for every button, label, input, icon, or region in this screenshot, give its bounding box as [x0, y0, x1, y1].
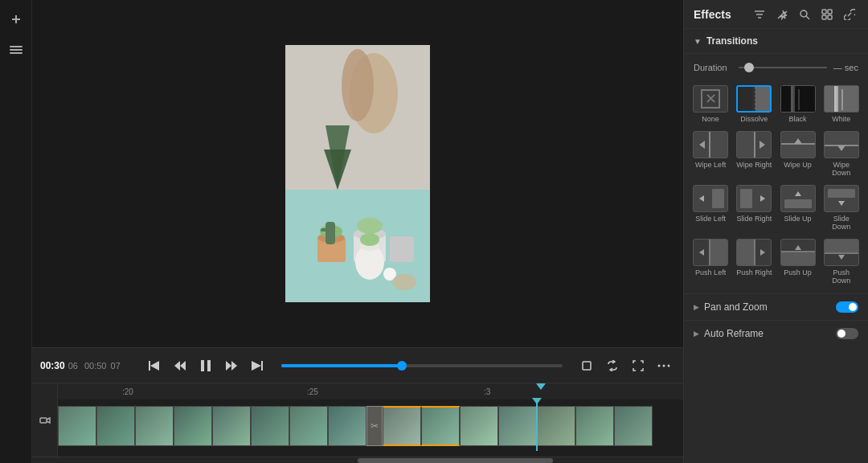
svg-point-22 [392, 274, 416, 290]
link-icon-button[interactable] [841, 6, 858, 23]
playhead-ruler-marker [536, 383, 546, 390]
svg-marker-26 [180, 361, 186, 371]
time-display: 00:30 06 00:50 07 [40, 360, 121, 371]
push-up-thumb [780, 239, 816, 266]
total-time: 00:50 07 [84, 361, 121, 371]
scrollbar-thumb[interactable] [358, 458, 553, 463]
more-options-button[interactable] [653, 354, 675, 377]
svg-rect-50 [836, 86, 838, 113]
svg-rect-1 [10, 49, 23, 51]
duration-thumb[interactable] [744, 63, 754, 72]
white-label: White [832, 115, 850, 123]
filter-icon-button[interactable] [751, 6, 768, 23]
auto-reframe-toggle[interactable] [836, 328, 858, 339]
pan-zoom-toggle[interactable] [836, 301, 858, 313]
clip-cell-7[interactable] [289, 406, 328, 446]
menu-button[interactable] [3, 37, 29, 63]
svg-rect-31 [261, 361, 263, 371]
clip-cell-2[interactable] [96, 406, 135, 446]
transitions-section-header[interactable]: ▼ Transitions [684, 29, 868, 54]
black-thumb [780, 85, 816, 113]
transition-push-down[interactable]: Push Down [821, 236, 862, 287]
plant-svg [285, 45, 430, 302]
auto-reframe-chevron: ▶ [694, 330, 699, 338]
playhead-line [536, 399, 538, 451]
clip-cell-8[interactable] [328, 406, 366, 446]
clip-cell-10[interactable] [383, 406, 421, 446]
auto-reframe-header[interactable]: ▶ Auto Reframe [684, 321, 868, 346]
dissolve-label: Dissolve [740, 115, 768, 123]
skip-start-button[interactable] [143, 354, 166, 377]
search-effects-button[interactable] [796, 6, 813, 23]
playhead-indicator [532, 398, 542, 404]
right-transport-buttons [575, 354, 675, 377]
clip-cell-12[interactable] [460, 406, 498, 446]
transition-dissolve[interactable]: Dissolve [734, 83, 774, 125]
transition-push-left[interactable]: Push Left [690, 236, 731, 287]
transition-none[interactable]: ✕ None [690, 83, 731, 125]
magic-icon-button[interactable] [773, 6, 791, 23]
fullscreen-button[interactable] [627, 354, 649, 377]
transition-push-right[interactable]: Push Right [734, 236, 774, 287]
transition-slide-right[interactable]: Slide Right [734, 182, 774, 233]
push-up-label: Push Up [784, 268, 812, 277]
clip-cell-1[interactable] [58, 406, 96, 446]
timeline-left-panel [32, 383, 58, 457]
auto-reframe-section: ▶ Auto Reframe [684, 320, 868, 346]
push-down-label: Push Down [824, 268, 859, 285]
svg-point-35 [663, 364, 665, 367]
playback-progress[interactable] [281, 364, 563, 367]
transition-wipe-up[interactable]: Wipe Up [778, 129, 818, 179]
svg-rect-16 [326, 222, 335, 244]
svg-marker-32 [252, 361, 261, 371]
duration-slider[interactable] [739, 60, 827, 75]
pan-zoom-section: ▶ Pan and Zoom [684, 293, 868, 320]
wipe-up-label: Wipe Up [784, 161, 812, 169]
clip-cell-15[interactable] [575, 406, 614, 446]
clip-cell-16[interactable] [614, 406, 653, 446]
clip-cell-9-selected[interactable]: ✂ [366, 406, 383, 446]
auto-reframe-knob [837, 330, 845, 338]
transition-wipe-right[interactable]: Wipe Right [734, 129, 774, 179]
svg-marker-29 [226, 361, 231, 371]
transition-black[interactable]: Black [778, 83, 818, 125]
slide-up-thumb [780, 185, 816, 212]
svg-point-15 [357, 218, 383, 234]
crop-button[interactable] [575, 354, 598, 377]
transition-wipe-down[interactable]: Wipe Down [821, 129, 862, 179]
clip-cell-6[interactable] [251, 406, 289, 446]
timeline-scrollbar-h[interactable] [32, 457, 683, 463]
auto-reframe-label: Auto Reframe [704, 328, 836, 339]
clip-cell-13[interactable] [498, 406, 537, 446]
transition-slide-down[interactable]: Slide Down [821, 182, 862, 233]
step-back-button[interactable] [169, 354, 191, 377]
clip-cell-5[interactable] [212, 406, 251, 446]
clip-cell-14[interactable] [537, 406, 575, 446]
grid-icon-button[interactable] [818, 6, 836, 23]
pan-zoom-header[interactable]: ▶ Pan and Zoom [684, 294, 868, 320]
clip-cell-11[interactable] [421, 406, 460, 446]
play-pause-button[interactable] [194, 354, 217, 377]
transition-push-up[interactable]: Push Up [778, 236, 818, 287]
svg-rect-17 [321, 228, 327, 232]
clip-cell-3[interactable] [135, 406, 174, 446]
add-button[interactable] [3, 6, 29, 32]
svg-marker-30 [231, 361, 237, 371]
loop-button[interactable] [601, 354, 624, 377]
svg-rect-37 [40, 418, 47, 423]
add-clip-button[interactable] [36, 412, 54, 429]
svg-rect-44 [755, 87, 772, 113]
svg-rect-23 [149, 361, 150, 371]
transitions-section-title: Transitions [706, 35, 858, 47]
transition-slide-up[interactable]: Slide Up [778, 182, 818, 233]
clip-cell-4[interactable] [174, 406, 212, 446]
timeline-ruler: :20 :25 :3 [58, 383, 683, 399]
svg-rect-39 [822, 10, 826, 14]
skip-end-button[interactable] [246, 354, 268, 377]
ruler-mark-20: :20 [122, 387, 133, 396]
ruler-mark-30: :3 [484, 387, 490, 396]
transition-white[interactable]: White [821, 83, 862, 125]
transition-slide-left[interactable]: Slide Left [690, 182, 731, 233]
transition-wipe-left[interactable]: Wipe Left [690, 129, 731, 179]
step-forward-button[interactable] [220, 354, 243, 377]
